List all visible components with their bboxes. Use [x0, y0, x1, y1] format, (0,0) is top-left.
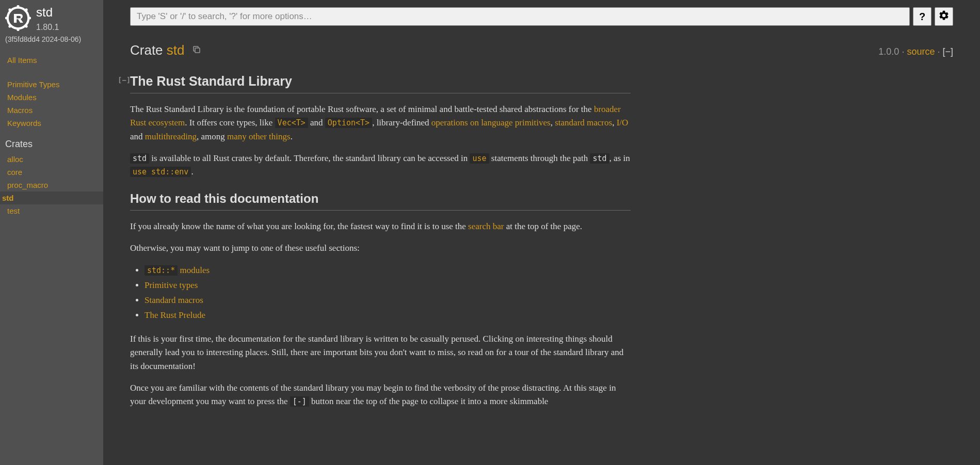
list-item: Primitive types — [144, 278, 631, 293]
sidebar-nav-modules[interactable]: Modules — [5, 91, 98, 104]
useful-sections-list: std::* modules Primitive types Standard … — [144, 263, 631, 323]
link-multithreading[interactable]: multithreading — [145, 132, 197, 141]
link-many-other[interactable]: many other things — [227, 132, 291, 141]
sidebar-crate-std[interactable]: std — [0, 191, 103, 204]
source-link[interactable]: source — [907, 46, 935, 57]
sidebar-crates-heading: Crates — [5, 139, 98, 150]
svg-point-0 — [8, 8, 29, 29]
intro-paragraph-1: The Rust Standard Library is the foundat… — [130, 103, 631, 143]
section-toggle-icon[interactable]: [−] — [118, 76, 131, 84]
sidebar-crate-alloc[interactable]: alloc — [5, 153, 98, 166]
gear-icon — [938, 10, 950, 24]
svg-point-4 — [29, 17, 31, 19]
crate-title[interactable]: std — [36, 5, 59, 20]
link-rust-prelude[interactable]: The Rust Prelude — [144, 310, 205, 320]
page-title-name[interactable]: std — [167, 42, 185, 58]
code-option[interactable]: Option<T> — [325, 118, 372, 128]
svg-point-5 — [9, 9, 11, 11]
sidebar-crates-group: alloc core proc_macro std test — [5, 153, 98, 217]
svg-point-6 — [25, 9, 27, 11]
collapse-toggle[interactable]: [−] — [942, 46, 953, 57]
link-standard-macros[interactable]: standard macros — [555, 118, 612, 127]
section-title-howto: How to read this documentation — [130, 191, 631, 211]
sidebar-nav-macros[interactable]: Macros — [5, 104, 98, 117]
sidebar-nav-group: Primitive Types Modules Macros Keywords — [5, 78, 98, 130]
code-use-std-env[interactable]: use std::env — [130, 167, 191, 177]
settings-button[interactable] — [935, 7, 953, 26]
intro-paragraph-2: std is available to all Rust crates by d… — [130, 152, 631, 179]
page-title-keyword: Crate — [130, 42, 163, 58]
sidebar-nav-primitive-types[interactable]: Primitive Types — [5, 78, 98, 91]
link-std-macros[interactable]: Standard macros — [144, 295, 203, 305]
code-std-path: std — [590, 153, 609, 164]
sidebar: std 1.80.1 (3f5fd8dd4 2024-08-06) All It… — [0, 0, 103, 465]
main-content: ? Crate std 1.0.0 · source · [−] — [103, 0, 980, 465]
crate-version: 1.80.1 — [36, 23, 59, 32]
svg-point-8 — [25, 25, 27, 27]
code-vec[interactable]: Vec<T> — [275, 118, 308, 128]
code-std-star[interactable]: std::* — [144, 265, 178, 276]
link-primitive-types[interactable]: Primitive types — [144, 280, 198, 290]
list-item: Standard macros — [144, 293, 631, 308]
help-button[interactable]: ? — [913, 7, 931, 26]
heading-meta: 1.0.0 · source · [−] — [878, 46, 953, 57]
code-use[interactable]: use — [470, 153, 489, 164]
rust-logo-icon — [5, 5, 31, 33]
doc-content: [−] The Rust Standard Library The Rust S… — [130, 74, 631, 409]
logo-block: std 1.80.1 — [5, 5, 98, 33]
svg-rect-9 — [195, 48, 200, 53]
code-std: std — [130, 153, 149, 164]
crate-hash: (3f5fd8dd4 2024-08-06) — [5, 35, 98, 43]
page-title: Crate std — [130, 42, 185, 58]
svg-point-2 — [17, 29, 19, 31]
page-heading-row: Crate std 1.0.0 · source · [−] — [130, 42, 953, 58]
howto-paragraph-2: Otherwise, you may want to jump to one o… — [130, 242, 631, 255]
section-title-library: [−] The Rust Standard Library — [130, 74, 631, 93]
sidebar-crate-test[interactable]: test — [5, 204, 98, 217]
link-io[interactable]: I/O — [617, 118, 629, 127]
sidebar-all-items[interactable]: All Items — [5, 53, 98, 68]
svg-point-3 — [5, 17, 7, 19]
sidebar-crate-proc-macro[interactable]: proc_macro — [5, 179, 98, 191]
link-search-bar[interactable]: search bar — [468, 221, 504, 231]
topbar: ? — [130, 7, 953, 26]
svg-point-1 — [17, 5, 19, 7]
link-lang-primitives[interactable]: operations on language primitives — [431, 118, 551, 127]
code-collapse: [-] — [290, 396, 309, 407]
howto-paragraph-1: If you already know the name of what you… — [130, 220, 631, 233]
list-item: std::* modules — [144, 263, 631, 278]
howto-paragraph-3: If this is your first time, the document… — [130, 332, 631, 373]
since-version: 1.0.0 — [878, 46, 899, 57]
list-item: The Rust Prelude — [144, 308, 631, 323]
howto-paragraph-4: Once you are familiar with the contents … — [130, 381, 631, 409]
copy-path-icon[interactable] — [192, 45, 201, 56]
search-input[interactable] — [130, 7, 910, 26]
svg-point-7 — [9, 25, 11, 27]
sidebar-nav-keywords[interactable]: Keywords — [5, 117, 98, 130]
link-modules[interactable]: modules — [178, 265, 210, 275]
sidebar-crate-core[interactable]: core — [5, 166, 98, 179]
